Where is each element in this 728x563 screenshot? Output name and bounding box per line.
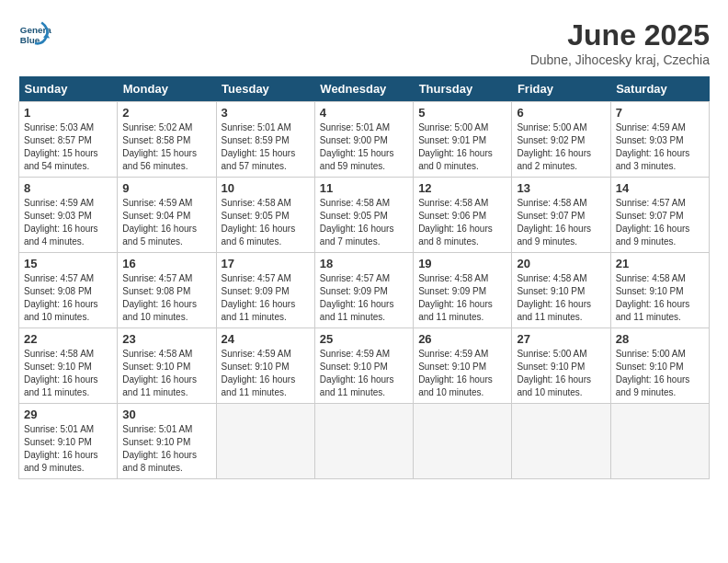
days-header-row: Sunday Monday Tuesday Wednesday Thursday… (19, 76, 710, 102)
day-number: 18 (320, 257, 408, 270)
table-row: 5Sunrise: 5:00 AMSunset: 9:01 PMDaylight… (414, 102, 512, 178)
table-row: 6Sunrise: 5:00 AMSunset: 9:02 PMDaylight… (512, 102, 610, 178)
table-row: 29Sunrise: 5:01 AMSunset: 9:10 PMDayligh… (19, 404, 118, 479)
cell-text: Sunrise: 5:00 AMSunset: 9:10 PMDaylight:… (517, 348, 605, 399)
day-number: 26 (418, 332, 506, 346)
header-friday: Friday (512, 76, 610, 102)
cell-text: Sunrise: 5:01 AMSunset: 9:00 PMDaylight:… (320, 121, 408, 173)
cell-text: Sunrise: 4:57 AMSunset: 9:08 PMDaylight:… (24, 272, 112, 324)
cell-text: Sunrise: 4:58 AMSunset: 9:10 PMDaylight:… (616, 272, 704, 324)
header-wednesday: Wednesday (314, 76, 413, 102)
header-tuesday: Tuesday (216, 76, 314, 102)
calendar-week-2: 8Sunrise: 4:59 AMSunset: 9:03 PMDaylight… (19, 178, 710, 253)
logo-icon: General Blue (18, 18, 51, 52)
table-row: 26Sunrise: 4:59 AMSunset: 9:10 PMDayligh… (414, 328, 512, 404)
day-number: 21 (616, 257, 704, 270)
title-area: June 2025 Dubne, Jihocesky kraj, Czechia (530, 18, 710, 67)
day-number: 17 (222, 257, 310, 270)
cell-text: Sunrise: 4:59 AMSunset: 9:03 PMDaylight:… (24, 197, 112, 248)
table-row (512, 404, 610, 479)
table-row: 27Sunrise: 5:00 AMSunset: 9:10 PMDayligh… (512, 328, 610, 404)
table-row: 1Sunrise: 5:03 AMSunset: 8:57 PMDaylight… (19, 102, 118, 178)
header: General Blue June 2025 Dubne, Jihocesky … (18, 18, 710, 67)
day-number: 8 (24, 181, 112, 195)
table-row: 7Sunrise: 4:59 AMSunset: 9:03 PMDaylight… (610, 102, 709, 178)
day-number: 16 (122, 257, 210, 270)
cell-text: Sunrise: 4:59 AMSunset: 9:10 PMDaylight:… (320, 348, 408, 399)
table-row: 16Sunrise: 4:57 AMSunset: 9:08 PMDayligh… (118, 253, 216, 328)
cell-text: Sunrise: 4:57 AMSunset: 9:09 PMDaylight:… (222, 272, 310, 324)
table-row: 14Sunrise: 4:57 AMSunset: 9:07 PMDayligh… (610, 178, 709, 253)
day-number: 13 (517, 181, 605, 195)
calendar-week-3: 15Sunrise: 4:57 AMSunset: 9:08 PMDayligh… (19, 253, 710, 328)
day-number: 6 (517, 106, 605, 120)
calendar-table: Sunday Monday Tuesday Wednesday Thursday… (18, 76, 710, 479)
table-row: 17Sunrise: 4:57 AMSunset: 9:09 PMDayligh… (216, 253, 314, 328)
day-number: 27 (517, 332, 605, 346)
logo: General Blue (18, 18, 55, 52)
table-row: 21Sunrise: 4:58 AMSunset: 9:10 PMDayligh… (610, 253, 709, 328)
cell-text: Sunrise: 4:58 AMSunset: 9:06 PMDaylight:… (418, 197, 506, 248)
cell-text: Sunrise: 5:00 AMSunset: 9:02 PMDaylight:… (517, 121, 605, 173)
cell-text: Sunrise: 5:01 AMSunset: 8:59 PMDaylight:… (222, 121, 310, 173)
table-row (216, 404, 314, 479)
table-row: 24Sunrise: 4:59 AMSunset: 9:10 PMDayligh… (216, 328, 314, 404)
cell-text: Sunrise: 4:58 AMSunset: 9:07 PMDaylight:… (517, 197, 605, 248)
calendar-week-4: 22Sunrise: 4:58 AMSunset: 9:10 PMDayligh… (19, 328, 710, 404)
table-row: 23Sunrise: 4:58 AMSunset: 9:10 PMDayligh… (118, 328, 216, 404)
cell-text: Sunrise: 4:58 AMSunset: 9:10 PMDaylight:… (517, 272, 605, 324)
cell-text: Sunrise: 4:57 AMSunset: 9:09 PMDaylight:… (320, 272, 408, 324)
cell-text: Sunrise: 4:57 AMSunset: 9:07 PMDaylight:… (616, 197, 704, 248)
calendar-subtitle: Dubne, Jihocesky kraj, Czechia (530, 52, 710, 67)
day-number: 4 (320, 106, 408, 120)
cell-text: Sunrise: 5:02 AMSunset: 8:58 PMDaylight:… (122, 121, 210, 173)
header-monday: Monday (118, 76, 216, 102)
calendar-title: June 2025 (530, 18, 710, 52)
table-row: 8Sunrise: 4:59 AMSunset: 9:03 PMDaylight… (19, 178, 118, 253)
day-number: 1 (24, 106, 112, 120)
table-row: 28Sunrise: 5:00 AMSunset: 9:10 PMDayligh… (610, 328, 709, 404)
header-saturday: Saturday (610, 76, 709, 102)
day-number: 19 (418, 257, 506, 270)
day-number: 3 (222, 106, 310, 120)
day-number: 15 (24, 257, 112, 270)
day-number: 24 (222, 332, 310, 346)
table-row (610, 404, 709, 479)
day-number: 11 (320, 181, 408, 195)
table-row: 9Sunrise: 4:59 AMSunset: 9:04 PMDaylight… (118, 178, 216, 253)
table-row: 19Sunrise: 4:58 AMSunset: 9:09 PMDayligh… (414, 253, 512, 328)
table-row: 3Sunrise: 5:01 AMSunset: 8:59 PMDaylight… (216, 102, 314, 178)
table-row: 18Sunrise: 4:57 AMSunset: 9:09 PMDayligh… (314, 253, 413, 328)
day-number: 14 (616, 181, 704, 195)
cell-text: Sunrise: 4:59 AMSunset: 9:10 PMDaylight:… (222, 348, 310, 399)
table-row (314, 404, 413, 479)
cell-text: Sunrise: 4:58 AMSunset: 9:05 PMDaylight:… (320, 197, 408, 248)
day-number: 25 (320, 332, 408, 346)
table-row: 4Sunrise: 5:01 AMSunset: 9:00 PMDaylight… (314, 102, 413, 178)
cell-text: Sunrise: 4:58 AMSunset: 9:10 PMDaylight:… (24, 348, 112, 399)
day-number: 12 (418, 181, 506, 195)
day-number: 30 (122, 408, 210, 421)
cell-text: Sunrise: 4:58 AMSunset: 9:09 PMDaylight:… (418, 272, 506, 324)
calendar-week-5: 29Sunrise: 5:01 AMSunset: 9:10 PMDayligh… (19, 404, 710, 479)
table-row (414, 404, 512, 479)
cell-text: Sunrise: 4:57 AMSunset: 9:08 PMDaylight:… (122, 272, 210, 324)
cell-text: Sunrise: 5:00 AMSunset: 9:10 PMDaylight:… (616, 348, 704, 399)
day-number: 28 (616, 332, 704, 346)
day-number: 9 (122, 181, 210, 195)
day-number: 5 (418, 106, 506, 120)
table-row: 13Sunrise: 4:58 AMSunset: 9:07 PMDayligh… (512, 178, 610, 253)
day-number: 29 (24, 408, 112, 421)
table-row: 12Sunrise: 4:58 AMSunset: 9:06 PMDayligh… (414, 178, 512, 253)
table-row: 15Sunrise: 4:57 AMSunset: 9:08 PMDayligh… (19, 253, 118, 328)
calendar-week-1: 1Sunrise: 5:03 AMSunset: 8:57 PMDaylight… (19, 102, 710, 178)
day-number: 22 (24, 332, 112, 346)
header-sunday: Sunday (19, 76, 118, 102)
header-thursday: Thursday (414, 76, 512, 102)
table-row: 2Sunrise: 5:02 AMSunset: 8:58 PMDaylight… (118, 102, 216, 178)
cell-text: Sunrise: 4:59 AMSunset: 9:03 PMDaylight:… (616, 121, 704, 173)
table-row: 22Sunrise: 4:58 AMSunset: 9:10 PMDayligh… (19, 328, 118, 404)
cell-text: Sunrise: 4:59 AMSunset: 9:10 PMDaylight:… (418, 348, 506, 399)
cell-text: Sunrise: 5:01 AMSunset: 9:10 PMDaylight:… (122, 423, 210, 475)
day-number: 23 (122, 332, 210, 346)
